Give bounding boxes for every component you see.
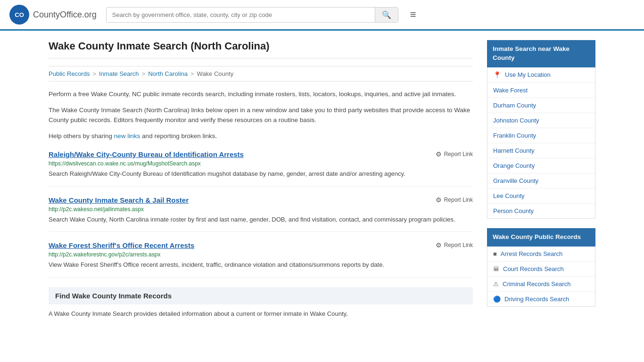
public-record-item-2[interactable]: ⚠ Criminal Records Search bbox=[487, 277, 595, 292]
description-para1: Perform a free Wake County, NC public in… bbox=[49, 89, 473, 99]
nearby-link-6[interactable]: Orange County bbox=[493, 162, 535, 169]
nearby-list: 📍Use My LocationWake ForestDurham County… bbox=[487, 67, 595, 219]
nearby-link-9[interactable]: Person County bbox=[493, 207, 534, 214]
nearby-item-8[interactable]: Lee County bbox=[487, 189, 595, 204]
public-record-item-1[interactable]: 🏛 Court Records Search bbox=[487, 262, 595, 277]
nearby-item-6[interactable]: Orange County bbox=[487, 158, 595, 173]
search-button[interactable]: 🔍 bbox=[375, 8, 398, 22]
public-record-icon-2: ⚠ bbox=[493, 280, 499, 288]
use-location-link[interactable]: Use My Location bbox=[505, 71, 551, 78]
breadcrumb-public-records[interactable]: Public Records bbox=[49, 70, 90, 77]
result-url-0[interactable]: https://dwslivescan.co.wake.nc.us/mug/Mu… bbox=[49, 160, 473, 167]
nearby-link-2[interactable]: Durham County bbox=[493, 102, 536, 109]
nearby-item-2[interactable]: Durham County bbox=[487, 98, 595, 113]
public-record-icon-3: 🔵 bbox=[493, 296, 501, 303]
result-title-2[interactable]: Wake Forest Sheriff's Office Recent Arre… bbox=[49, 241, 194, 249]
breadcrumb-sep-3: > bbox=[190, 70, 194, 77]
nearby-link-5[interactable]: Harnett County bbox=[493, 147, 534, 154]
search-icon: 🔍 bbox=[382, 11, 391, 19]
nearby-link-4[interactable]: Franklin County bbox=[493, 132, 536, 139]
nearby-item-4[interactable]: Franklin County bbox=[487, 128, 595, 143]
report-icon-1: ⚙ bbox=[436, 196, 442, 204]
result-desc-1: Search Wake County, North Carolina inmat… bbox=[49, 215, 473, 224]
breadcrumb-wake-county: Wake County bbox=[197, 70, 234, 77]
description-para3: Help others by sharing new links and rep… bbox=[49, 131, 473, 141]
public-record-icon-0: ■ bbox=[493, 250, 497, 257]
logo-icon: CO bbox=[9, 5, 29, 25]
nearby-item-0[interactable]: 📍Use My Location bbox=[487, 67, 595, 83]
nearby-link-3[interactable]: Johnston County bbox=[493, 117, 539, 124]
new-links-link[interactable]: new links bbox=[114, 132, 140, 140]
result-title-1[interactable]: Wake County Inmate Search & Jail Roster bbox=[49, 196, 189, 204]
result-title-0[interactable]: Raleigh/Wake City-County Bureau of Ident… bbox=[49, 150, 244, 158]
nearby-item-1[interactable]: Wake Forest bbox=[487, 83, 595, 98]
result-url-2[interactable]: http://p2c.wakeforestnc.gov/p2c/arrests.… bbox=[49, 251, 473, 258]
search-input[interactable] bbox=[107, 8, 375, 22]
location-pin-icon: 📍 bbox=[493, 71, 501, 79]
sidebar: Inmate Search near Wake County 📍Use My L… bbox=[487, 40, 595, 318]
search-bar: 🔍 bbox=[106, 7, 398, 23]
public-record-link-1[interactable]: Court Records Search bbox=[503, 265, 564, 272]
public-record-link-3[interactable]: Driving Records Search bbox=[504, 296, 569, 303]
hamburger-menu-button[interactable]: ≡ bbox=[408, 6, 419, 23]
logo[interactable]: CO CountyOffice.org bbox=[9, 5, 97, 25]
report-link-0[interactable]: ⚙ Report Link bbox=[436, 150, 473, 158]
public-record-link-2[interactable]: Criminal Records Search bbox=[503, 280, 571, 288]
nearby-item-3[interactable]: Johnston County bbox=[487, 113, 595, 128]
breadcrumb-sep-2: > bbox=[142, 70, 146, 77]
public-record-icon-1: 🏛 bbox=[493, 265, 499, 272]
nearby-link-7[interactable]: Granville County bbox=[493, 177, 538, 184]
result-desc-0: Search Raleigh/Wake City-County Bureau o… bbox=[49, 169, 473, 179]
nearby-item-7[interactable]: Granville County bbox=[487, 173, 595, 189]
public-records-title: Wake County Public Records bbox=[487, 228, 595, 247]
nearby-link-8[interactable]: Lee County bbox=[493, 192, 525, 199]
nearby-section: Inmate Search near Wake County 📍Use My L… bbox=[487, 40, 595, 219]
page-title: Wake County Inmate Search (North Carolin… bbox=[49, 40, 473, 58]
find-section-desc: A Wake County Inmate Search provides det… bbox=[49, 309, 473, 319]
result-item: Raleigh/Wake City-County Bureau of Ident… bbox=[49, 150, 473, 187]
breadcrumb-inmate-search[interactable]: Inmate Search bbox=[99, 70, 139, 77]
public-record-item-0[interactable]: ■ Arrest Records Search bbox=[487, 247, 595, 262]
nearby-item-9[interactable]: Person County bbox=[487, 204, 595, 218]
nearby-title: Inmate Search near Wake County bbox=[487, 40, 595, 67]
hamburger-icon: ≡ bbox=[410, 8, 416, 20]
nearby-item-5[interactable]: Harnett County bbox=[487, 143, 595, 158]
breadcrumb-sep-1: > bbox=[92, 70, 96, 77]
report-link-2[interactable]: ⚙ Report Link bbox=[436, 241, 473, 249]
breadcrumb-north-carolina[interactable]: North Carolina bbox=[148, 70, 188, 77]
report-link-1[interactable]: ⚙ Report Link bbox=[436, 196, 473, 204]
report-icon-0: ⚙ bbox=[436, 150, 442, 158]
breadcrumb: Public Records > Inmate Search > North C… bbox=[49, 66, 473, 82]
public-records-section: Wake County Public Records ■ Arrest Reco… bbox=[487, 228, 595, 307]
result-desc-2: View Wake Forest Sheriff's Office recent… bbox=[49, 260, 473, 270]
logo-text: CountyOffice.org bbox=[33, 10, 97, 20]
result-item: Wake County Inmate Search & Jail Roster … bbox=[49, 196, 473, 232]
result-url-1[interactable]: http://p2c.wakeso.net/jailinmates.aspx bbox=[49, 206, 473, 213]
public-records-list: ■ Arrest Records Search 🏛 Court Records … bbox=[487, 247, 595, 307]
description-para2: The Wake County Inmate Search (North Car… bbox=[49, 105, 473, 125]
find-section-heading: Find Wake County Inmate Records bbox=[49, 287, 473, 304]
public-record-item-3[interactable]: 🔵 Driving Records Search bbox=[487, 292, 595, 306]
svg-text:CO: CO bbox=[15, 11, 24, 18]
public-record-link-0[interactable]: Arrest Records Search bbox=[501, 250, 563, 257]
nearby-link-1[interactable]: Wake Forest bbox=[493, 87, 528, 94]
result-item: Wake Forest Sheriff's Office Recent Arre… bbox=[49, 241, 473, 278]
result-list: Raleigh/Wake City-County Bureau of Ident… bbox=[49, 150, 473, 278]
report-icon-2: ⚙ bbox=[436, 241, 442, 249]
